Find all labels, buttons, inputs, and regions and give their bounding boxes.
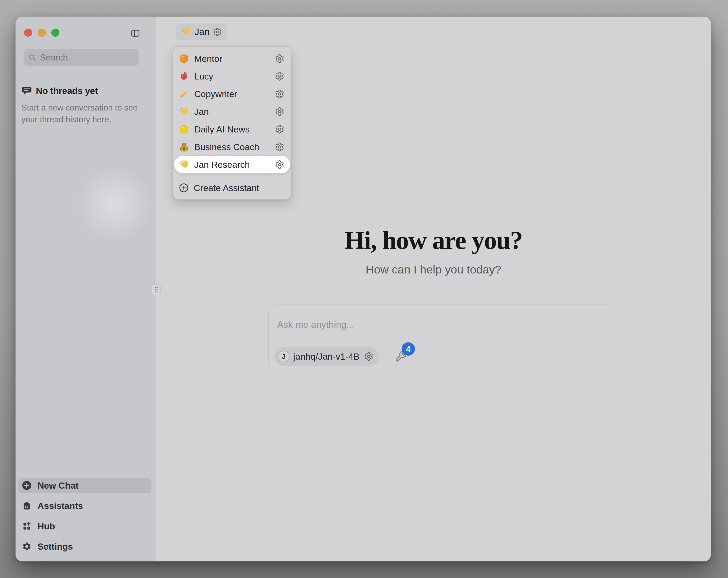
sidebar-nav: New ChatAssistantsHubSettings [18,478,151,554]
create-assistant-button[interactable]: Create Assistant [173,179,291,197]
assistant-menu-item-label: Mentor [194,53,270,64]
model-selector-chip[interactable]: J janhq/Jan-v1-4B [274,347,379,366]
window-controls [24,29,59,37]
app-window: Search No threads yet Start a new conver… [16,17,711,561]
gear-icon[interactable] [275,54,284,64]
empty-state-title: No threads yet [36,85,98,96]
sidebar: Search No threads yet Start a new conver… [16,17,156,561]
assistant-chip-label: Jan [194,26,209,37]
greeting: Hi, how are you? How can I help you toda… [156,225,711,276]
assistant-menu-item-daily-ai-news[interactable]: Daily AI News [173,120,291,138]
composer-placeholder: Ask me anything... [277,319,354,330]
pencil-emoji [179,89,189,99]
assistant-menu-item-label: Lucy [194,71,270,82]
gear-icon[interactable] [275,160,284,169]
assistant-selector-chip[interactable]: Jan [176,24,227,40]
menu-separator [173,176,291,176]
orange-circle-emoji [179,53,189,64]
sidebar-item-assistants[interactable]: Assistants [18,498,151,513]
gear-icon[interactable] [275,89,284,99]
money-bag-emoji: $ [179,142,189,152]
tools-count-badge[interactable]: 4 [401,342,415,356]
assistant-menu-item-jan[interactable]: Jan [173,103,291,120]
sidebar-toggle-icon[interactable] [131,28,140,38]
assistant-menu-item-jan-research[interactable]: Jan Research [174,156,290,173]
sidebar-item-new-chat[interactable]: New Chat [18,478,151,493]
waving-hand-emoji [179,159,189,170]
assistants-icon [22,501,31,510]
assistant-menu-item-copywriter[interactable]: Copywriter [173,85,291,103]
hub-icon [22,521,31,531]
sidebar-item-label: Settings [37,541,73,552]
assistant-menu-item-mentor[interactable]: Mentor [173,50,291,68]
search-placeholder: Search [40,52,68,62]
greeting-subtitle: How can I help you today? [156,263,711,276]
assistant-menu-item-label: Jan [194,106,270,117]
search-icon [28,53,36,61]
plus-circle-filled-icon [22,481,31,490]
sidebar-item-hub[interactable]: Hub [18,518,151,534]
gear-icon[interactable] [364,352,373,361]
sidebar-item-label: Assistants [37,501,83,511]
empty-state: No threads yet Start a new conversation … [21,85,145,126]
assistant-menu-item-label: Daily AI News [194,124,270,134]
yellow-circle-emoji [179,124,189,134]
gear-icon[interactable] [275,142,284,152]
gear-icon[interactable] [275,71,284,81]
plus-circle-outline-icon [179,183,189,193]
create-assistant-label: Create Assistant [194,183,284,193]
sidebar-item-label: New Chat [37,480,78,491]
sidebar-item-label: Hub [37,521,55,531]
sidebar-glow [61,150,168,257]
waving-hand-emoji [179,106,189,117]
sidebar-resize-handle[interactable] [152,284,160,296]
sidebar-item-settings[interactable]: Settings [18,539,151,554]
model-avatar: J [278,351,289,362]
empty-state-text: Start a new conversation to see your thr… [21,102,145,126]
assistant-menu-item-label: Business Coach [194,142,270,152]
assistant-menu-item-business-coach[interactable]: $Business Coach [173,138,291,156]
assistant-menu-item-label: Copywriter [194,89,270,99]
gear-icon[interactable] [275,107,284,117]
gear-icon[interactable] [213,28,222,36]
minimize-button[interactable] [38,29,46,37]
gear-icon[interactable] [275,124,284,134]
settings-filled-icon [22,542,31,551]
svg-text:$: $ [183,146,185,151]
zoom-button[interactable] [51,29,59,37]
red-apple-emoji [179,71,189,82]
desktop-background: Search No threads yet Start a new conver… [0,0,728,578]
assistant-menu-item-label: Jan Research [194,159,270,170]
composer-input[interactable]: Ask me anything... J janhq/Jan-v1-4B 4 [268,304,615,371]
assistant-menu-item-lucy[interactable]: Lucy [173,68,291,85]
greeting-title: Hi, how are you? [156,225,711,255]
waving-hand-emoji [181,27,191,37]
model-name: janhq/Jan-v1-4B [293,351,360,362]
thread-bubble-icon [21,86,32,96]
close-button[interactable] [24,29,32,37]
assistant-dropdown-menu: MentorLucyCopywriterJanDaily AI News$Bus… [173,46,291,200]
search-input[interactable]: Search [24,49,138,66]
